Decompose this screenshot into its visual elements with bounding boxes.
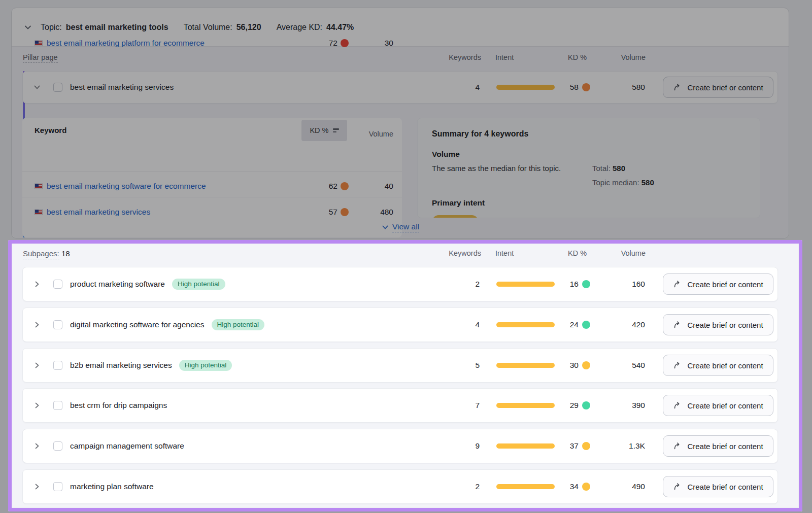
expand-chevron-right-icon[interactable] — [33, 483, 41, 491]
create-brief-button[interactable]: Create brief or content — [663, 476, 773, 497]
keyword-link[interactable]: best email marketing platform for ecomme… — [47, 39, 205, 48]
pillar-row-checkbox[interactable] — [53, 83, 62, 92]
keyword-kd-value: 57 — [329, 208, 337, 217]
subpages-label-line: Subpages: 18 — [23, 249, 70, 258]
create-brief-button[interactable]: Create brief or content — [663, 273, 773, 295]
pillar-keywords-count: 4 — [475, 83, 480, 92]
subpage-row[interactable]: campaign management software 9 37 1.3K C… — [22, 429, 778, 463]
subpage-kd-dot — [582, 442, 590, 450]
keyword-kd-dot — [341, 182, 349, 190]
subpage-row[interactable]: best crm for drip campaigns 7 29 390 Cre… — [22, 388, 778, 423]
create-brief-button-label: Create brief or content — [687, 321, 763, 329]
keyword-table: Keyword KD % Volume best email marketing… — [22, 118, 402, 237]
view-all-link[interactable]: View all — [382, 222, 419, 232]
keyword-link[interactable]: best email marketing services — [47, 208, 150, 217]
subpage-row-checkbox[interactable] — [53, 441, 62, 451]
create-brief-button[interactable]: Create brief or content — [663, 314, 773, 335]
subpage-kd-value: 24 — [570, 320, 579, 329]
summary-volume-description: The same as the median for this topic. — [432, 164, 561, 173]
subpage-kd-value: 30 — [570, 361, 579, 370]
keyword-row[interactable]: best email marketing software for ecomme… — [22, 173, 402, 199]
subpage-keywords-count: 5 — [475, 361, 480, 370]
keyword-kd-value: 62 — [329, 182, 337, 191]
expand-chevron-right-icon[interactable] — [33, 280, 41, 288]
summary-total-label: Total: — [592, 164, 611, 173]
keyword-link[interactable]: best email marketing software for ecomme… — [47, 182, 206, 191]
subpage-volume-value: 390 — [632, 401, 645, 410]
us-flag-icon — [35, 41, 43, 46]
pillar-kd-value: 58 — [570, 83, 579, 92]
subpage-keywords-count: 2 — [475, 280, 480, 289]
subpage-keywords-count: 9 — [475, 441, 480, 451]
create-brief-button[interactable]: Create brief or content — [663, 435, 773, 457]
create-brief-button-label: Create brief or content — [687, 83, 763, 92]
subpage-intent-bar — [496, 282, 555, 287]
pillar-row[interactable]: best email marketing services 4 58 580 C… — [22, 71, 778, 104]
create-brief-button-label: Create brief or content — [687, 280, 763, 289]
keyword-table-header-kd-sort[interactable]: KD % — [301, 120, 347, 141]
us-flag-icon — [35, 210, 43, 215]
pillar-create-brief-button[interactable]: Create brief or content — [663, 77, 773, 98]
column-header-kd: KD % — [568, 249, 587, 257]
subpage-kd-dot — [582, 361, 590, 369]
keyword-kd-value: 72 — [329, 39, 337, 48]
column-header-intent: Intent — [495, 249, 514, 257]
keyword-table-header-volume: Volume — [369, 130, 393, 138]
subpage-keywords-count: 7 — [475, 401, 480, 410]
topic-research-page: Topic: best email marketing tools Total … — [0, 0, 812, 513]
keyword-volume-value: 40 — [385, 182, 393, 191]
subpage-row[interactable]: product marketing software High potentia… — [22, 267, 778, 301]
keyword-row[interactable]: best email marketing services 57 480 — [22, 199, 402, 225]
column-header-keywords: Keywords — [449, 53, 481, 61]
subpage-volume-value: 490 — [632, 482, 645, 491]
keyword-row[interactable]: best email marketing platform for ecomme… — [22, 30, 402, 56]
subpage-volume-value: 160 — [632, 280, 645, 289]
subpage-row-checkbox[interactable] — [53, 482, 62, 491]
summary-title: Summary for 4 keywords — [432, 129, 528, 139]
subpage-volume-value: 1.3K — [629, 441, 645, 451]
row-divider — [22, 171, 402, 172]
subpage-row[interactable]: digital marketing software for agencies … — [22, 307, 778, 342]
expand-chevron-right-icon[interactable] — [33, 442, 41, 450]
keyword-table-header-keyword: Keyword — [35, 126, 66, 134]
pillar-collapse-chevron-icon[interactable] — [33, 83, 41, 91]
subpage-row[interactable]: b2b email marketing services High potent… — [22, 348, 778, 383]
subpage-kd-dot — [582, 483, 590, 491]
keyword-volume-value: 30 — [385, 39, 393, 48]
subpages-count: 18 — [61, 249, 70, 258]
subpage-kd-value: 16 — [570, 280, 579, 289]
summary-primary-intent-heading: Primary intent — [432, 198, 485, 208]
subpage-kd-dot — [582, 321, 590, 329]
summary-panel: Summary for 4 keywords Volume The same a… — [417, 118, 760, 218]
expand-chevron-right-icon[interactable] — [33, 361, 41, 369]
subpage-intent-bar — [496, 443, 555, 449]
subpage-keywords-count: 4 — [475, 320, 480, 329]
column-header-volume: Volume — [621, 53, 646, 61]
create-brief-button[interactable]: Create brief or content — [663, 395, 773, 416]
subpage-row-checkbox[interactable] — [53, 401, 62, 410]
create-brief-button-label: Create brief or content — [687, 442, 763, 451]
primary-intent-badge — [432, 215, 478, 218]
subpage-volume-value: 540 — [632, 361, 645, 370]
subpage-row-checkbox[interactable] — [53, 280, 62, 289]
subpage-row-checkbox[interactable] — [53, 361, 62, 370]
high-potential-badge: High potential — [179, 360, 232, 371]
forward-arrow-icon — [673, 441, 682, 451]
subpage-row-checkbox[interactable] — [53, 320, 62, 329]
summary-total-value: 580 — [613, 164, 625, 173]
summary-median-label: Topic median: — [592, 178, 639, 187]
high-potential-badge: High potential — [172, 279, 225, 290]
subpage-intent-bar — [496, 322, 555, 327]
pillar-volume-value: 580 — [632, 83, 645, 92]
subpage-intent-bar — [496, 363, 555, 368]
expand-chevron-right-icon[interactable] — [33, 401, 41, 409]
column-header-volume: Volume — [621, 249, 646, 257]
create-brief-button[interactable]: Create brief or content — [663, 355, 773, 376]
expand-chevron-right-icon[interactable] — [33, 321, 41, 329]
sort-descending-icon — [333, 128, 339, 132]
chevron-down-icon — [382, 224, 389, 231]
subpage-intent-bar — [496, 484, 555, 489]
pillar-kd-dot — [582, 83, 590, 91]
subpage-kd-value: 34 — [570, 482, 579, 491]
subpage-row[interactable]: marketing plan software 2 34 490 Create … — [22, 469, 778, 504]
